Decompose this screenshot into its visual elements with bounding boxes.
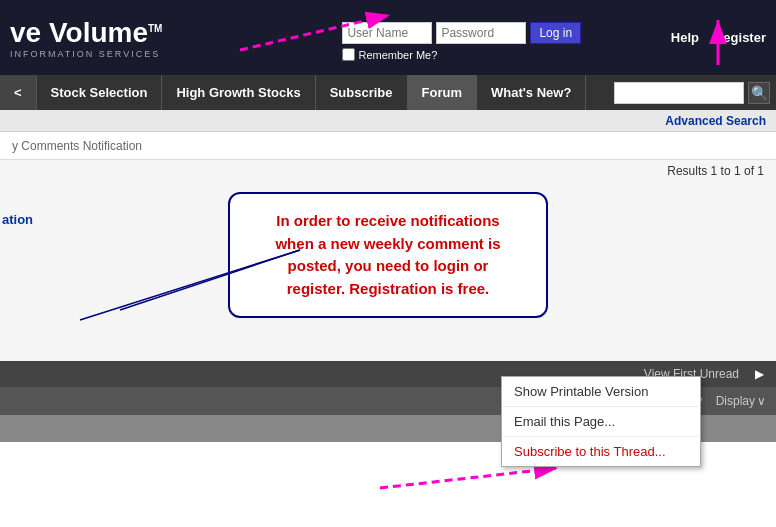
navbar: < Stock Selection High Growth Stocks Sub… (0, 75, 776, 110)
nav-item-high-growth[interactable]: High Growth Stocks (162, 75, 315, 110)
tooltip-line3: posted, you need to login or (288, 257, 489, 274)
dropdown-item-subscribe[interactable]: Subscribe to this Thread... (502, 437, 700, 466)
logo-main: ve Volume (10, 17, 148, 48)
content-header: y Comments Notification (0, 132, 776, 160)
results-text: Results 1 to 1 of 1 (667, 164, 764, 178)
logo-area: ve VolumeTM INFORMATION SERVICES (10, 17, 162, 59)
page-wrapper: ve VolumeTM INFORMATION SERVICES Log in … (0, 0, 776, 527)
dropdown-item-printable[interactable]: Show Printable Version (502, 377, 700, 407)
tooltip-text: In order to receive notifications when a… (250, 210, 526, 300)
breadcrumb: y Comments Notification (12, 139, 142, 153)
nav-search-input[interactable] (614, 82, 744, 104)
logo-tm: TM (148, 22, 162, 33)
header: ve VolumeTM INFORMATION SERVICES Log in … (0, 0, 776, 75)
nav-item-forum[interactable]: Forum (408, 75, 477, 110)
nav-item-prev[interactable]: < (0, 75, 37, 110)
help-link[interactable]: Help (671, 30, 699, 45)
tooltip-line1: In order to receive notifications (276, 212, 499, 229)
display-label: Display (716, 394, 755, 408)
tooltip-box: In order to receive notifications when a… (228, 192, 548, 318)
nav-item-whats-new[interactable]: What's New? (477, 75, 586, 110)
header-links: Help Register (671, 30, 766, 45)
remember-label: Remember Me? (358, 49, 437, 61)
logo-sub: INFORMATION SERVICES (10, 49, 162, 59)
login-button[interactable]: Log in (530, 22, 581, 44)
svg-line-7 (380, 468, 558, 488)
remember-me[interactable]: Remember Me? (342, 48, 437, 61)
password-input[interactable] (436, 22, 526, 44)
view-bar-icon: ▶ (755, 367, 764, 381)
tooltip-line2: when a new weekly comment is (275, 235, 500, 252)
display-chevron: ∨ (757, 394, 766, 408)
register-link[interactable]: Register (714, 30, 766, 45)
display-link[interactable]: Display ∨ (716, 394, 766, 408)
dropdown-menu: Show Printable Version Email this Page..… (501, 376, 701, 467)
logo-text: ve VolumeTM (10, 17, 162, 49)
results-bar: Results 1 to 1 of 1 (0, 160, 776, 182)
advanced-search-link[interactable]: Advanced Search (665, 114, 766, 128)
remember-checkbox[interactable] (342, 48, 355, 61)
username-input[interactable] (342, 22, 432, 44)
advanced-search-bar: Advanced Search (0, 110, 776, 132)
nav-search-button[interactable]: 🔍 (748, 82, 770, 104)
tooltip-line4: register. Registration is free. (287, 280, 490, 297)
nav-item-stock-selection[interactable]: Stock Selection (37, 75, 163, 110)
nav-search-area: 🔍 (608, 75, 776, 110)
left-label: ation (2, 212, 33, 227)
nav-item-subscribe[interactable]: Subscribe (316, 75, 408, 110)
dropdown-item-email[interactable]: Email this Page... (502, 407, 700, 437)
